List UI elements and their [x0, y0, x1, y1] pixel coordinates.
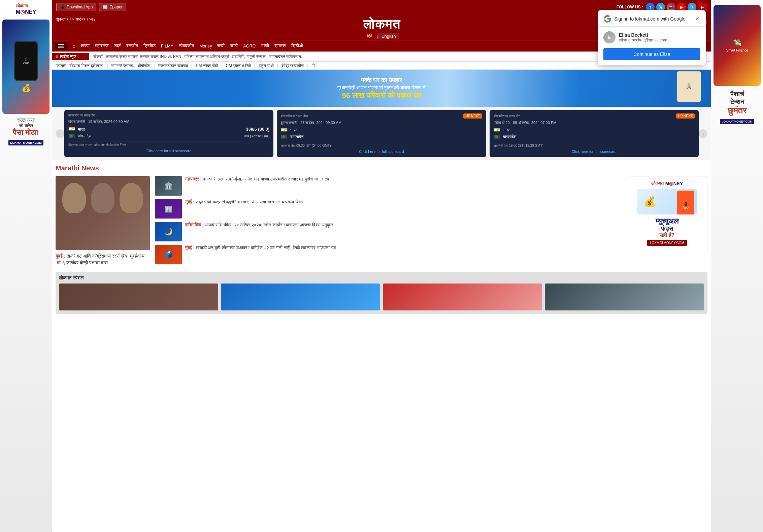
header-date: शुक्रवार २० सप्टेंबर २०२४ [56, 17, 96, 22]
quick-link-cm[interactable]: CM एकनाथ शिंदे [226, 63, 251, 68]
continue-button[interactable]: Continue as Elisa [603, 48, 700, 60]
popup-title: Sign in to lokmat.com with Google [614, 16, 686, 22]
team2-name-0: बांगलादेश [78, 134, 241, 138]
side-story-1[interactable]: 🏢 मुंबई : २,६०० पदे कंत्राटी पद्धतीने भर… [155, 199, 622, 219]
cricket-prev-button[interactable]: ‹ [56, 129, 64, 138]
quick-link-0[interactable]: महायुती, मविआचं 'मिशन इलेक्शन' [56, 63, 103, 68]
banner-title: पक्के घर का उपहार [337, 77, 425, 84]
cricket-scores-section: ‹ बांगलादेश चा भारत दौरा पहिला कसोटी - 1… [52, 107, 711, 160]
epaper-button[interactable]: 📰 Epaper [99, 3, 126, 11]
phone-icon: 📱 [60, 5, 65, 9]
nav-photo[interactable]: फोटो [227, 41, 240, 51]
special-item-1[interactable] [221, 284, 380, 310]
news-grid: मुंबई : ठाकरे गट आणि काँग्रेसमध्ये रस्सी… [56, 176, 707, 266]
main-story-image [56, 176, 150, 250]
nav-sampadkiya[interactable]: संपादकीय [176, 41, 197, 51]
money-ad-title1: म्युच्युअल [656, 217, 678, 225]
team1-flag-1: 🇮🇳 [281, 128, 288, 132]
match-title-1: दुसरा कसोटी - 27 सप्टेंबर, 2024 09:30 AM [281, 121, 482, 125]
nav-money[interactable]: Money [197, 41, 215, 51]
side-story-3[interactable]: 🗳️ मुंबई : आघाडी अन् युती कोणाच्या पथ्या… [155, 245, 622, 264]
nav-cricket[interactable]: क्रिकेट [141, 41, 158, 51]
quick-link-1[interactable]: उपोषण! जरांगंच... ओबीसींचं [111, 63, 150, 68]
up-next-badge-2: UP NEXT [676, 113, 695, 119]
main-story-caption[interactable]: मुंबई : ठाकरे गट आणि काँग्रेसमध्ये रस्सी… [56, 253, 150, 266]
ticker-content: चोकशी; कामाच्या प्रचंड ताणाचा करणार तपास… [89, 54, 308, 59]
left-advertisement: लोकमत M◎NEY 📱App 💰 सल्ला असा जो करेल पैस… [0, 0, 52, 532]
left-ad-badge[interactable]: LOKMATMONEY.COM [8, 140, 43, 145]
team2-flag-2: 🇧🇩 [494, 134, 500, 139]
side-story-2[interactable]: 🌙 राशिभविष्य : आजचे राशिभविष्य, २० सप्टे… [155, 222, 622, 241]
marathi-news-section: Marathi News मुंबई : ठाकरे गट आणि काँग्र… [52, 160, 711, 270]
nav-shahar[interactable]: शहरं [111, 41, 124, 51]
scorecard-link-2[interactable]: Click here for full scorecard [494, 149, 695, 154]
nav-filmy[interactable]: FILMY [158, 41, 176, 51]
quick-link-rahul[interactable]: राहुल गांधी [259, 63, 273, 68]
user-info: E Elisa Beckett elisa.g.beckett@gmail.co… [603, 31, 700, 43]
special-item-0[interactable] [59, 284, 218, 310]
cricket-next-button[interactable]: › [699, 129, 707, 138]
left-ad-tagline1: सल्ला असा [17, 117, 35, 123]
money-ad-logo: लोकमत [651, 180, 664, 186]
team2-score-0: 0/0 (Yet to Bat) [244, 134, 269, 138]
right-ad-badge[interactable]: LOKMATMONEY.COM [720, 119, 754, 124]
main-story: मुंबई : ठाकरे गट आणि काँग्रेसमध्ये रस्सी… [56, 176, 150, 266]
nav-rashtriya[interactable]: राष्ट्रीय [124, 41, 141, 51]
side-story-0-text: महाराष्ट्र : मंगळवारी ठरणार फॉर्म्युला, … [185, 176, 622, 182]
nav-maharashtra[interactable]: महाराष्ट्र [92, 41, 111, 51]
hindi-lang-button[interactable]: हिंदी [364, 33, 377, 39]
quick-link-pm[interactable]: PM नरेंद्र मोदी [196, 63, 218, 68]
section-title-marathi: Marathi News [56, 164, 707, 172]
side-story-1-image: 🏢 [155, 199, 182, 219]
money-advertisement[interactable]: लोकमत M◎NEY 📱App 💰 म्युच्युअल फंड्स सही … [627, 176, 707, 266]
match-series-1: बांगलादेश चा भारत दौरा [281, 114, 307, 118]
google-signin-popup: Sign in to lokmat.com with Google × E El… [598, 10, 706, 65]
nav-video[interactable]: व्हिडीओ [289, 41, 306, 51]
popup-close-button[interactable]: × [694, 15, 700, 23]
left-ad-image: 📱App 💰 [2, 20, 49, 114]
nav-agro[interactable]: AGRO [240, 41, 258, 51]
right-ad-tagline2: टेन्शन [730, 98, 744, 106]
side-story-2-text: राशिभविष्य : आजचे राशिभविष्य, २० सप्टेंब… [185, 222, 622, 228]
scorecard-link-1[interactable]: Click here for full scorecard [281, 149, 482, 154]
teams-0: 🇮🇳 भारत 339/6 (80.0) 🇧🇩 बांगलादेश 0/0 (Y… [68, 127, 269, 138]
team1-name-1: भारत [290, 128, 482, 132]
nav-bhakti[interactable]: भक्ती [258, 41, 272, 51]
left-ad-logo: लोकमत M◎NEY [16, 3, 36, 15]
right-advertisement: 💸 Smart Finance पैशाचं टेन्शन छुमंतर LOK… [711, 0, 763, 532]
download-app-button[interactable]: 📱 Download App [56, 3, 96, 11]
banner-content: पक्के घर का उपहार प्रधानमंत्री आवास योजन… [337, 77, 425, 100]
side-story-0-image: 🏛️ [155, 176, 182, 196]
money-ad-title2: फंड्स [661, 225, 673, 232]
money-ad-block: लोकमत M◎NEY 📱App 💰 म्युच्युअल फंड्स सही … [627, 176, 707, 250]
team1-name-0: भारत [78, 127, 243, 132]
hamburger-menu[interactable] [55, 42, 68, 50]
right-ad-tagline1: पैशाचं [730, 90, 744, 98]
nav-sakhi[interactable]: सखी [214, 41, 227, 51]
english-lang-button[interactable]: English [378, 33, 399, 39]
cricket-card-1: बांगलादेश चा भारत दौरा UP NEXT दुसरा कसो… [277, 110, 486, 157]
team1-flag-2: 🇮🇳 [494, 128, 500, 132]
quick-link-more[interactable]: 'बि [312, 63, 316, 68]
nav-home[interactable]: ⌂ [70, 40, 78, 52]
side-story-0[interactable]: 🏛️ महाराष्ट्र : मंगळवारी ठरणार फॉर्म्युल… [155, 176, 622, 196]
banner-advertisement[interactable]: पक्के घर का उपहार प्रधानमंत्री आवास योजन… [52, 70, 711, 107]
popup-header: Sign in to lokmat.com with Google × [598, 10, 706, 27]
side-stories: 🏛️ महाराष्ट्र : मंगळवारी ठरणार फॉर्म्युल… [155, 176, 622, 266]
nav-viral[interactable]: व्हायरल [272, 41, 289, 51]
scorecard-link-0[interactable]: Click here for full scorecard [68, 149, 269, 153]
follow-label: FOLLOW US : [617, 5, 643, 9]
special-item-3[interactable] [545, 284, 704, 310]
quick-link-devendra[interactable]: देवेंद्र फडणवीस [281, 63, 304, 68]
team1-score-0: 339/6 (80.0) [246, 127, 269, 132]
teams-2: 🇮🇳 भारत 🇧🇩 बांगलादेश [494, 128, 695, 139]
special-item-2[interactable] [383, 284, 542, 310]
match-series-0: बांगलादेश चा भारत दौरा [68, 113, 95, 118]
special-grid [59, 284, 704, 310]
banner-highlight: 56 लाख परिवारों को पक्का घर [337, 91, 425, 100]
team2-flag-0: 🇧🇩 [68, 134, 75, 138]
quick-link-2[interactable]: पेजरस्फोटाने खळबळ [158, 63, 188, 68]
nav-tajya[interactable]: ताज्या [78, 41, 92, 51]
match-result-1: सामनेची वेळ 09:30 IST (04:00 GMT) [281, 142, 482, 148]
newspaper-icon: 📰 [103, 5, 108, 9]
